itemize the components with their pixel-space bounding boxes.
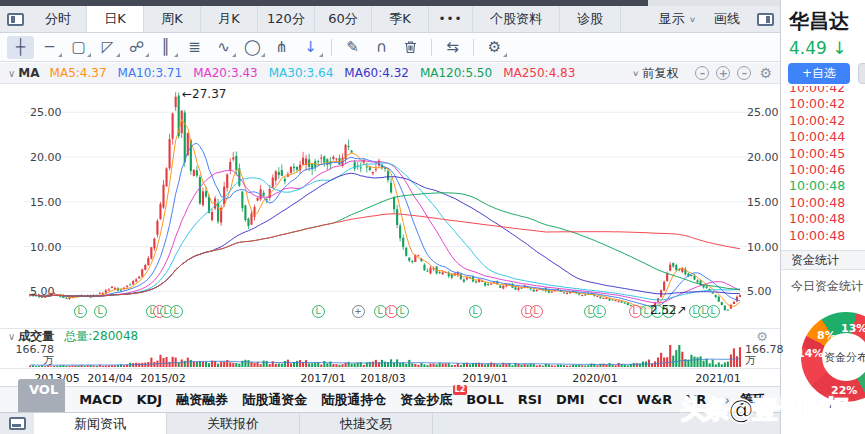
right-panel-toggle-button[interactable] xyxy=(750,6,780,32)
right-panel-toggle-icon xyxy=(757,13,774,26)
price-tick-left-10.00: 10.00 xyxy=(30,241,62,254)
event-marker-L-11[interactable]: L xyxy=(469,305,482,318)
time-label-2017/01: 2017/01 xyxy=(300,372,346,385)
time-label-2021/01: 2021/01 xyxy=(695,372,741,385)
ma-value-MA30: MA30:3.64 xyxy=(269,66,334,80)
event-marker-L-15[interactable]: L xyxy=(593,305,606,318)
indicator-tab-融资融券[interactable]: 融资融券 xyxy=(176,391,228,409)
line-tool-icon[interactable]: ─ xyxy=(36,36,63,59)
trade-tick-list[interactable]: 10:00:4210:00:4210:00:4210:00:4410:00:45… xyxy=(781,86,865,249)
collapse-volume-icon[interactable]: ∨ xyxy=(8,331,15,342)
stock-name: 华昌达 xyxy=(789,8,849,35)
stock-app-window: 分时日K周K月K120分60分季K ••• 个股资料诊股 显示 ∨ 画线 ┼─▢… xyxy=(0,0,865,434)
event-marker-L-5[interactable]: L xyxy=(170,305,183,318)
split-view-tool-icon[interactable]: ⇆ xyxy=(439,36,466,59)
bottom-tab-关联报价[interactable]: 关联报价 xyxy=(167,413,300,434)
trade-tick-row: 10:00:48 xyxy=(789,195,865,211)
event-marker-L-1[interactable]: L xyxy=(94,305,107,318)
panel-more-button[interactable] xyxy=(858,63,865,84)
period-tab-月K[interactable]: 月K xyxy=(201,6,258,32)
magnet-tool-icon[interactable]: ∩ xyxy=(368,36,395,59)
candlestick-chart[interactable]: ←27.37 2.52↗ 25.0025.0020.0020.0015.0015… xyxy=(0,84,780,328)
event-marker-L-10[interactable]: L xyxy=(396,305,409,318)
collapse-chart-button[interactable]: – xyxy=(737,66,751,80)
settings-tool-icon[interactable]: ⚙ xyxy=(481,36,508,59)
event-marker-L-22[interactable]: L xyxy=(707,305,720,318)
draw-line-button[interactable]: 画线 xyxy=(704,6,750,32)
rect-tool-icon[interactable]: ▢ xyxy=(65,36,92,59)
indicator-tab-BOLL[interactable]: BOLL xyxy=(466,392,504,407)
indicator-tab-MACD[interactable]: MACD xyxy=(79,392,122,407)
price-tick-left-20.00: 20.00 xyxy=(30,151,62,164)
event-marker-plus-7[interactable]: + xyxy=(352,305,365,318)
ma-value-MA120: MA120:5.50 xyxy=(420,66,492,80)
gann-fan-tool-icon[interactable]: ◸ xyxy=(94,36,121,59)
chart-settings-gear-icon[interactable]: ⚙ xyxy=(759,65,772,81)
display-dropdown[interactable]: 显示 ∨ xyxy=(651,6,704,32)
vertical-lines-tool-icon[interactable]: ║ xyxy=(152,36,179,59)
info-tab-诊股[interactable]: 诊股 xyxy=(560,6,621,32)
trade-tick-row: 10:00:48 xyxy=(789,228,865,244)
measure-tool-icon[interactable]: ☍ xyxy=(123,36,150,59)
period-tab-季K[interactable]: 季K xyxy=(372,6,429,32)
indicator-tab-陆股通持仓[interactable]: 陆股通持仓 xyxy=(321,391,386,409)
bottom-tab-bar: 新闻资讯关联报价快捷交易 xyxy=(0,412,780,434)
pie-label-8: 8% xyxy=(817,329,836,342)
indicator-tab-资金抄底[interactable]: 资金抄底L2 xyxy=(400,391,452,409)
circle-tool-icon[interactable]: ◯ xyxy=(239,36,266,59)
period-tab-分时[interactable]: 分时 xyxy=(30,6,87,32)
bottom-panel-toggle-button[interactable] xyxy=(0,413,34,434)
price-tick-left-5.00: 5.00 xyxy=(30,285,55,298)
event-marker-L-0[interactable]: L xyxy=(74,305,87,318)
indicator-tab-陆股通资金[interactable]: 陆股通资金 xyxy=(242,391,307,409)
price-tick-left-25.00: 25.00 xyxy=(30,106,62,119)
trade-tick-row: 10:00:42 xyxy=(789,113,865,129)
add-to-watchlist-button[interactable]: +自选 xyxy=(788,63,850,84)
drawing-toolbar: ┼─▢◸☍║≣∿◯⋔↓✎∩⇆⚙ xyxy=(0,33,780,62)
time-label-2019/01: 2019/01 xyxy=(462,372,508,385)
event-marker-L-6[interactable]: L xyxy=(312,305,325,318)
circle-tool-dropdown-caret xyxy=(261,53,265,57)
ma-label: MA xyxy=(18,66,39,80)
note-tool-icon[interactable]: ≣ xyxy=(181,36,208,59)
indicator-tab-CCI[interactable]: CCI xyxy=(599,392,623,407)
pencil-tool-icon[interactable]: ✎ xyxy=(339,36,366,59)
indicator-tab-RSI[interactable]: RSI xyxy=(518,392,542,407)
rect-tool-dropdown-caret xyxy=(87,53,91,57)
ma-values: MA5:4.37MA10:3.71MA20:3.43MA30:3.64MA60:… xyxy=(50,66,587,80)
period-tab-周K[interactable]: 周K xyxy=(144,6,201,32)
arrow-marker-tool-icon[interactable]: ↓ xyxy=(297,36,324,59)
toolbar-divider xyxy=(431,39,432,56)
collapse-ma-icon[interactable]: ∨ xyxy=(8,68,15,79)
wave-tool-icon[interactable]: ∿ xyxy=(210,36,237,59)
display-label: 显示 xyxy=(659,10,685,28)
indicator-tab-KDJ[interactable]: KDJ xyxy=(137,392,163,407)
pitchfork-tool-icon[interactable]: ⋔ xyxy=(268,36,295,59)
fund-stats-tab[interactable]: 资金统计 xyxy=(781,250,865,270)
trash-tool-icon[interactable] xyxy=(397,36,424,59)
period-toolbar: 分时日K周K月K120分60分季K ••• 个股资料诊股 显示 ∨ 画线 xyxy=(0,6,780,33)
more-periods-button[interactable]: ••• xyxy=(429,6,473,32)
period-tab-日K[interactable]: 日K xyxy=(87,6,144,32)
price-tick-right-10.00: 10.00 xyxy=(747,241,779,254)
period-tab-120分[interactable]: 120分 xyxy=(258,6,315,32)
move-tool-icon[interactable]: ┼ xyxy=(7,36,34,59)
indicator-tab-W&R[interactable]: W&R xyxy=(636,392,672,407)
adjust-mode-dropdown[interactable]: ∨ 前复权 xyxy=(632,65,678,82)
indicator-tab-DMI[interactable]: DMI xyxy=(556,392,585,407)
pie-label-13: 13% xyxy=(841,322,865,335)
info-tab-个股资料[interactable]: 个股资料 xyxy=(473,6,560,32)
event-marker-L-13[interactable]: L xyxy=(530,305,543,318)
zoom-out-button[interactable]: – xyxy=(695,66,709,80)
bottom-tab-新闻资讯[interactable]: 新闻资讯 xyxy=(34,413,167,434)
price-tick-right-5.00: 5.00 xyxy=(747,285,772,298)
bottom-tab-快捷交易[interactable]: 快捷交易 xyxy=(300,413,433,434)
wave-tool-dropdown-caret xyxy=(232,53,236,57)
zoom-in-button[interactable]: + xyxy=(716,66,730,80)
period-tabs: 分时日K周K月K120分60分季K xyxy=(30,6,429,32)
period-tab-60分[interactable]: 60分 xyxy=(315,6,372,32)
left-panel-toggle-button[interactable] xyxy=(0,6,30,32)
volume-settings-gear-icon[interactable]: ⚙ xyxy=(756,329,780,344)
price-tick-right-15.00: 15.00 xyxy=(747,196,779,209)
stock-info-panel: 华昌达 4.49 ↓ +自选 10:00:4210:00:4210:00:421… xyxy=(780,0,865,434)
